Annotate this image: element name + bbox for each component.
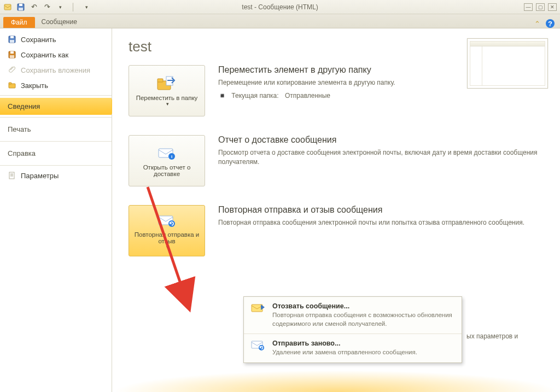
options-icon	[8, 171, 16, 180]
qat-sep: │	[69, 3, 78, 11]
sidebar-item-options[interactable]: Параметры	[0, 168, 112, 183]
save-icon[interactable]	[16, 3, 25, 11]
save-as-icon	[8, 50, 16, 59]
bullet-icon: ◾	[218, 92, 226, 100]
svg-rect-3	[19, 8, 23, 10]
menu-item-desc: Удаление или замена отправленного сообще…	[272, 348, 455, 357]
app-icon	[3, 3, 12, 11]
title-bar: ↶ ↷ ▾ │ ▾ test - Сообщение (HTML) — ▢ ✕	[0, 0, 560, 14]
folder-close-icon	[8, 81, 16, 90]
section-heading: Отчет о доставке сообщения	[218, 135, 547, 145]
svg-rect-11	[9, 83, 11, 84]
button-label: Открыть отчет о доставке	[131, 164, 202, 177]
qat-more-icon[interactable]: ▾	[82, 3, 91, 11]
resend-again-icon	[250, 340, 266, 352]
sidebar-separator	[0, 95, 112, 96]
sidebar-item-label: Сохранить	[21, 36, 56, 44]
menu-item-resend[interactable]: Отправить заново... Удаление или замена …	[244, 334, 462, 362]
attachment-icon	[8, 66, 16, 74]
current-folder-value: Отправленные	[285, 92, 330, 100]
svg-rect-5	[10, 36, 14, 38]
svg-rect-17	[158, 79, 163, 82]
backstage-content: test Переместить в папку▾ Переместить эл…	[112, 28, 560, 392]
sidebar-item-save[interactable]: Сохранить	[0, 32, 112, 47]
sidebar-item-label: Сохранить вложения	[21, 66, 90, 74]
menu-item-desc: Повторная отправка сообщения с возможнос…	[272, 311, 455, 328]
report-icon: i	[156, 144, 178, 162]
system-buttons: — ▢ ✕	[524, 3, 560, 11]
section-delivery-report: i Открыть отчет о доставке Отчет о доста…	[129, 135, 547, 186]
menu-item-title: Отозвать сообщение...	[272, 302, 455, 310]
sidebar-separator	[0, 165, 112, 166]
sidebar-item-close[interactable]: Закрыть	[0, 78, 112, 93]
chevron-down-icon: ▾	[166, 101, 169, 107]
button-label: Переместить в папку	[136, 95, 198, 101]
help-icon[interactable]: ?	[546, 19, 555, 28]
open-delivery-report-button[interactable]: i Открыть отчет о доставке	[129, 135, 205, 186]
svg-rect-12	[9, 172, 14, 179]
section-heading: Повторная отправка и отзыв сообщения	[218, 205, 547, 215]
message-preview	[467, 38, 548, 89]
tab-message[interactable]: Сообщение	[35, 16, 84, 28]
redo-icon[interactable]: ↷	[43, 3, 51, 11]
resend-icon	[156, 212, 178, 229]
main: Сохранить Сохранить как Сохранить вложен…	[0, 28, 560, 392]
qat-dropdown-icon[interactable]: ▾	[56, 3, 65, 11]
truncated-text: ых параметров и	[466, 332, 518, 340]
sidebar-item-help[interactable]: Справка	[0, 144, 112, 163]
current-folder-row: ◾ Текущая папка: Отправленные	[218, 92, 547, 100]
resend-recall-button[interactable]: Повторная отправка и отзыв▾	[129, 205, 205, 256]
collapse-ribbon-icon[interactable]: ⌃	[533, 19, 541, 28]
svg-rect-2	[19, 4, 22, 6]
backstage-sidebar: Сохранить Сохранить как Сохранить вложен…	[0, 28, 112, 392]
svg-text:i: i	[171, 154, 172, 159]
sidebar-item-save-attachments: Сохранить вложения	[0, 62, 112, 78]
sidebar-item-save-as[interactable]: Сохранить как	[0, 47, 112, 62]
close-icon[interactable]: ✕	[548, 3, 557, 11]
current-folder-label: Текущая папка:	[231, 92, 278, 100]
window-title: test - Сообщение (HTML)	[242, 3, 318, 11]
svg-rect-8	[10, 51, 14, 54]
sidebar-item-label: Закрыть	[21, 81, 48, 90]
menu-item-recall[interactable]: Отозвать сообщение... Повторная отправка…	[244, 297, 462, 334]
sidebar-item-label: Сохранить как	[21, 51, 68, 59]
minimize-icon[interactable]: —	[524, 3, 533, 11]
svg-rect-9	[10, 55, 14, 58]
ribbon: Файл Сообщение ⌃ ?	[0, 14, 560, 28]
sidebar-item-print[interactable]: Печать	[0, 120, 112, 139]
button-label: Повторная отправка и отзыв	[131, 231, 202, 244]
tab-file[interactable]: Файл	[3, 17, 35, 28]
recall-icon	[250, 302, 266, 314]
undo-icon[interactable]: ↶	[30, 3, 38, 11]
section-resend-recall: Повторная отправка и отзыв▾ Повторная от…	[129, 205, 547, 256]
resend-recall-dropdown: Отозвать сообщение... Повторная отправка…	[243, 296, 462, 363]
svg-rect-6	[10, 40, 14, 43]
sidebar-item-info[interactable]: Сведения	[0, 98, 112, 115]
move-folder-icon	[156, 75, 178, 92]
move-to-folder-button[interactable]: Переместить в папку▾	[129, 65, 205, 116]
menu-item-title: Отправить заново...	[272, 340, 455, 347]
section-text: Повторная отправка сообщения электронной…	[218, 218, 547, 227]
svg-rect-0	[4, 4, 11, 10]
sidebar-separator	[0, 117, 112, 118]
chevron-down-icon: ▾	[166, 244, 169, 250]
sidebar-item-label: Параметры	[21, 172, 59, 180]
maximize-icon[interactable]: ▢	[536, 3, 545, 11]
quick-access-toolbar: ↶ ↷ ▾ │ ▾	[0, 3, 91, 11]
save-icon	[8, 35, 16, 44]
bottom-glow	[112, 370, 560, 392]
section-text: Просмотр отчета о доставке сообщения эле…	[218, 148, 547, 167]
sidebar-separator	[0, 141, 112, 142]
